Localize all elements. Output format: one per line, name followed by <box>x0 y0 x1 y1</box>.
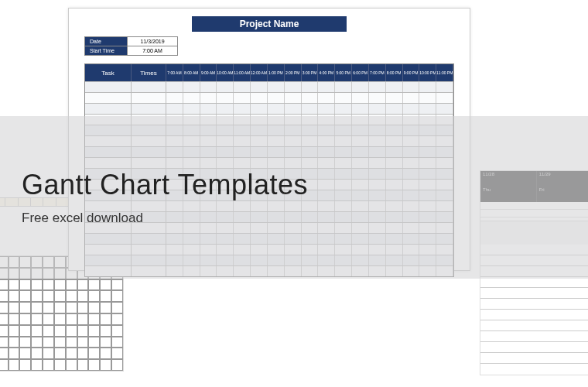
page-subtitle: Free excel download <box>22 211 308 226</box>
meta-value-start: 7:00 AM <box>128 46 178 56</box>
meta-label-date: Date <box>85 37 128 46</box>
col-header-hour: 9:00 AM <box>200 64 217 81</box>
col-header-hour: 10:00 AM <box>217 64 234 81</box>
col-header-hour: 7:00 AM <box>166 64 183 81</box>
col-header-hour: 1:00 PM <box>268 64 285 81</box>
col-header-hour: 12:00 AM <box>251 64 268 81</box>
gantt-header: Task Times 7:00 AM8:00 AM9:00 AM10:00 AM… <box>85 64 453 81</box>
col-header-hour: 8:00 PM <box>386 64 403 81</box>
meta-row-date: Date 11/3/2019 <box>85 37 178 46</box>
col-header-hour: 9:00 PM <box>403 64 420 81</box>
col-header-hour: 4:00 PM <box>318 64 335 81</box>
col-header-hour: 7:00 PM <box>369 64 386 81</box>
meta-label-start: Start Time <box>85 46 128 56</box>
page-title: Gantt Chart Templates <box>22 169 308 201</box>
meta-row-start: Start Time 7:00 AM <box>85 46 178 56</box>
col-header-hour: 8:00 AM <box>183 64 200 81</box>
col-header-times: Times <box>132 64 166 81</box>
gantt-row <box>85 103 453 114</box>
col-header-hour: 5:00 PM <box>335 64 352 81</box>
col-header-hour: 11:00 AM <box>234 64 251 81</box>
col-header-hour: 6:00 PM <box>352 64 369 81</box>
gantt-row <box>85 81 453 92</box>
overlay-text: Gantt Chart Templates Free excel downloa… <box>22 169 308 226</box>
meta-table: Date 11/3/2019 Start Time 7:00 AM <box>84 36 178 56</box>
col-header-task: Task <box>85 64 132 81</box>
project-title: Project Name <box>192 16 347 32</box>
col-header-hour: 11:00 PM <box>436 64 453 81</box>
col-header-hour: 3:00 PM <box>302 64 319 81</box>
gantt-row <box>85 92 453 103</box>
meta-value-date: 11/3/2019 <box>128 37 178 46</box>
col-header-hour: 2:00 PM <box>285 64 302 81</box>
col-header-hour: 10:00 PM <box>419 64 436 81</box>
